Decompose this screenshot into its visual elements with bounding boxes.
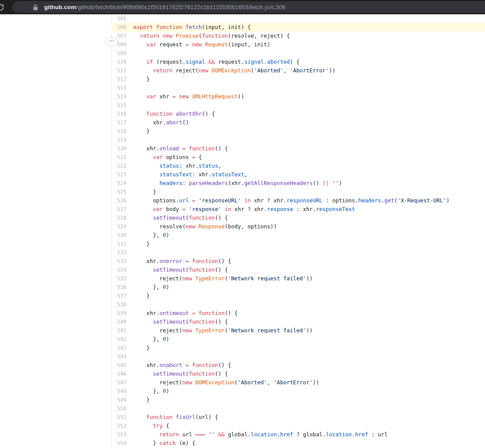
code-text: var options = { — [129, 153, 485, 162]
line-number[interactable]: 537 — [111, 292, 129, 300]
code-text: xhr.abort() — [129, 118, 485, 127]
url-domain: github.com — [44, 4, 76, 10]
code-line-532: 532 — [111, 248, 485, 257]
code-line-522: 522 status: xhr.status, — [111, 162, 485, 170]
code-text: export function fetch(input, init) { — [129, 23, 485, 32]
code-line-525: 525 } — [111, 188, 485, 196]
code-text: reject(new TypeError('Network request fa… — [129, 326, 485, 335]
line-number[interactable]: 538 — [111, 300, 129, 309]
code-line-520: 520 xhr.onload = function() { — [111, 144, 485, 153]
code-text: statusText: xhr.statusText, — [129, 170, 485, 179]
line-number[interactable]: 516 — [111, 110, 129, 118]
code-line-549: 549 } — [111, 396, 485, 404]
code-line-507: 507 return new Promise(function(resolve,… — [111, 32, 485, 40]
code-text: }, 0) — [129, 387, 485, 396]
line-number[interactable]: 520 — [111, 144, 129, 153]
line-number[interactable]: 514 — [111, 92, 129, 101]
code-text: return reject(new DOMException('Aborted'… — [129, 66, 485, 75]
line-number[interactable]: 543 — [111, 344, 129, 352]
line-number[interactable]: 553 — [111, 430, 129, 439]
line-number[interactable]: 533 — [111, 257, 129, 266]
line-number[interactable]: 530 — [111, 231, 129, 240]
code-line-542: 542 }, 0) — [111, 335, 485, 344]
code-line-521: 521 var options = { — [111, 153, 485, 162]
lock-icon[interactable] — [33, 4, 38, 10]
line-number[interactable]: 515 — [111, 101, 129, 110]
line-number[interactable]: 540 — [111, 318, 129, 326]
line-number[interactable]: 531 — [111, 240, 129, 248]
reload-icon[interactable] — [0, 3, 5, 12]
code-line-530: 530 }, 0) — [111, 231, 485, 240]
code-line-548: 548 }, 0) — [111, 387, 485, 396]
line-number[interactable]: 510 — [111, 58, 129, 66]
line-number[interactable]: 548 — [111, 387, 129, 396]
line-number[interactable]: 505 — [111, 14, 129, 23]
line-number[interactable]: 517 — [111, 118, 129, 127]
line-number[interactable]: 526 — [111, 196, 129, 205]
line-number[interactable]: 539 — [111, 309, 129, 318]
code-line-529: 529 resolve(new Response(body, options)) — [111, 222, 485, 231]
code-text: if (request.signal && request.signal.abo… — [129, 58, 485, 66]
code-line-515: 515 — [111, 101, 485, 110]
line-actions-button[interactable]: ··· — [106, 38, 118, 46]
code-line-527: 527 var body = 'response' in xhr ? xhr.r… — [111, 205, 485, 214]
line-number[interactable]: 549 — [111, 396, 129, 404]
line-number[interactable]: 523 — [111, 170, 129, 179]
line-number[interactable]: 529 — [111, 222, 129, 231]
line-number[interactable]: 550 — [111, 404, 129, 413]
line-number[interactable]: 506 — [111, 23, 129, 32]
code-text: } — [129, 188, 485, 196]
code-line-524: 524 headers: parseHeaders(xhr.getAllResp… — [111, 179, 485, 188]
code-text: }, 0) — [129, 231, 485, 240]
line-number[interactable]: 541 — [111, 326, 129, 335]
code-lines: 505506export function fetch(input, init)… — [111, 14, 485, 448]
code-text: reject(new DOMException('Aborted', 'Abor… — [129, 378, 485, 387]
url-text: github.com/github/fetch/blob/90fb680c1f5… — [44, 4, 285, 10]
code-text: return new Promise(function(resolve, rej… — [129, 32, 485, 40]
code-line-523: 523 statusText: xhr.statusText, — [111, 170, 485, 179]
line-number[interactable]: 512 — [111, 75, 129, 84]
line-number[interactable]: 542 — [111, 335, 129, 344]
code-line-517: 517 xhr.abort() — [111, 118, 485, 127]
code-text: function abortXhr() { — [129, 110, 485, 118]
code-text: } — [129, 127, 485, 136]
code-text: xhr.ontimeout = function() { — [129, 309, 485, 318]
line-number[interactable]: 536 — [111, 283, 129, 292]
code-text: var body = 'response' in xhr ? xhr.respo… — [129, 205, 485, 214]
code-line-511: 511 return reject(new DOMException('Abor… — [111, 66, 485, 75]
line-number[interactable]: 518 — [111, 127, 129, 136]
line-number[interactable]: 532 — [111, 248, 129, 257]
line-number[interactable]: 527 — [111, 205, 129, 214]
line-number[interactable]: 535 — [111, 274, 129, 283]
code-line-528: 528 setTimeout(function() { — [111, 214, 485, 222]
line-number[interactable]: 509 — [111, 49, 129, 58]
code-line-531: 531 } — [111, 240, 485, 248]
line-number[interactable]: 552 — [111, 422, 129, 430]
address-omnibox[interactable]: github.com/github/fetch/blob/90fb680c1f5… — [12, 1, 485, 13]
code-text: var xhr = new XMLHttpRequest() — [129, 92, 485, 101]
line-number[interactable]: 551 — [111, 413, 129, 422]
code-text: options.url = 'responseURL' in xhr ? xhr… — [129, 196, 485, 205]
line-number[interactable]: 544 — [111, 352, 129, 361]
code-text: resolve(new Response(body, options)) — [129, 222, 485, 231]
line-number[interactable]: 521 — [111, 153, 129, 162]
line-number[interactable]: 519 — [111, 136, 129, 144]
line-number[interactable]: 554 — [111, 439, 129, 448]
line-number[interactable]: 524 — [111, 179, 129, 188]
code-text: } — [129, 396, 485, 404]
line-number[interactable]: 545 — [111, 361, 129, 370]
line-number[interactable]: 513 — [111, 84, 129, 92]
code-line-526: 526 options.url = 'responseURL' in xhr ?… — [111, 196, 485, 205]
line-number[interactable]: 534 — [111, 266, 129, 274]
code-text: setTimeout(function() { — [129, 214, 485, 222]
line-number[interactable]: 547 — [111, 378, 129, 387]
code-line-513: 513 — [111, 84, 485, 92]
line-number[interactable]: 525 — [111, 188, 129, 196]
line-number[interactable]: 511 — [111, 66, 129, 75]
code-blob-view: 505506export function fetch(input, init)… — [0, 14, 485, 448]
line-number[interactable]: 528 — [111, 214, 129, 222]
code-text: xhr.onabort = function() { — [129, 361, 485, 370]
line-number[interactable]: 522 — [111, 162, 129, 170]
line-number[interactable]: 546 — [111, 370, 129, 378]
code-text: setTimeout(function() { — [129, 266, 485, 274]
